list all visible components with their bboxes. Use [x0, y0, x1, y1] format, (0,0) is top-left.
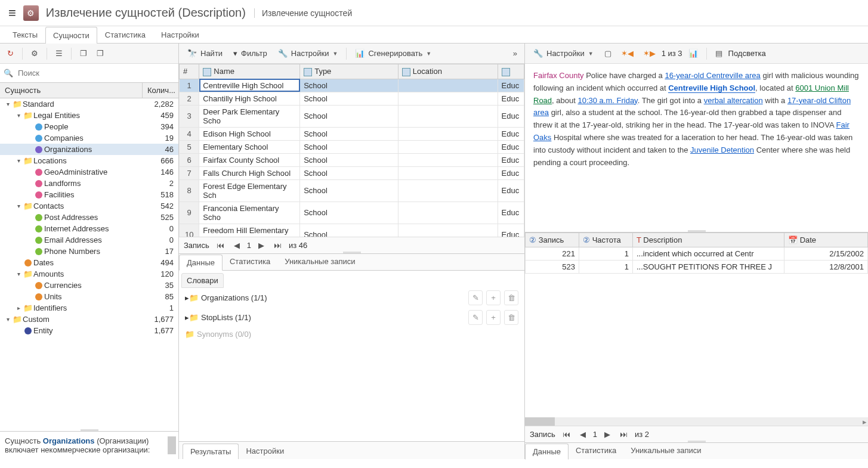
subtab-Статистика[interactable]: Статистика — [223, 254, 277, 270]
star-left-icon[interactable]: ✶◀ — [617, 47, 637, 60]
table-row[interactable]: 8Forest Edge Elementary SchSchoolEduc — [180, 179, 524, 202]
tree-item-People[interactable]: People394 — [0, 121, 178, 132]
dict-header[interactable]: Словари — [181, 273, 224, 288]
tree-item-Phone Numbers[interactable]: Phone Numbers17 — [0, 246, 178, 257]
expand-icon[interactable]: ▸ — [14, 305, 23, 311]
col-record[interactable]: ② Запись — [526, 233, 579, 247]
more-icon[interactable]: » — [509, 47, 521, 60]
copy-icon[interactable]: ❐ — [76, 47, 91, 60]
pager-last-icon[interactable]: ⏭ — [271, 240, 284, 251]
tab-Сущности[interactable]: Сущности — [45, 27, 97, 44]
search-input[interactable] — [16, 66, 175, 80]
col-count[interactable]: Колич... — [143, 83, 178, 98]
table-row[interactable]: 10Freedom Hill Elementary ScSchoolEduc — [180, 224, 524, 237]
pager-first-icon[interactable]: ⏮ — [214, 240, 227, 251]
list-icon[interactable]: ☰ — [52, 47, 66, 60]
add-icon[interactable]: + — [486, 290, 501, 305]
table-row[interactable]: 7Falls Church High SchoolSchoolEduc — [180, 166, 524, 179]
expand-icon[interactable]: ▾ — [4, 316, 12, 323]
copy-all-icon[interactable]: ❐ — [93, 47, 107, 60]
col-extra[interactable] — [498, 64, 524, 79]
settings-button[interactable]: 🔧Настройки▼ — [273, 47, 343, 60]
dict-item[interactable]: ▸📁Organizations (1/1)✎+🗑 — [181, 288, 522, 308]
expand-icon[interactable]: ▾ — [14, 157, 23, 164]
subtab-Данные[interactable]: Данные — [525, 444, 569, 460]
edit-icon[interactable]: ✎ — [468, 310, 483, 325]
h-scrollbar[interactable]: ▸ — [525, 417, 868, 426]
settings-button[interactable]: 🔧Настройки▼ — [529, 47, 598, 60]
filter-button[interactable]: ▾Фильтр — [228, 47, 272, 60]
dict-item[interactable]: ▸📁StopLists (1/1)✎+🗑 — [181, 308, 522, 327]
tree-item-Amounts[interactable]: ▾📁Amounts120 — [0, 268, 178, 280]
tree-item-Custom[interactable]: ▾📁Custom1,677 — [0, 314, 178, 325]
tree-item-GeoAdministrative[interactable]: GeoAdministrative146 — [0, 166, 178, 178]
pager-next-icon[interactable]: ▶ — [602, 429, 613, 440]
find-button[interactable]: 🔭Найти — [183, 47, 227, 60]
delete-icon[interactable]: 🗑 — [504, 310, 518, 325]
table-row[interactable]: 6Fairfax County SchoolSchoolEduc — [180, 153, 524, 166]
tree-item-Entity[interactable]: Entity1,677 — [0, 325, 178, 336]
menu-icon[interactable]: ≡ — [5, 3, 20, 23]
chart-icon[interactable]: 📊 — [685, 47, 702, 60]
expand-icon[interactable]: ▸ — [185, 313, 189, 322]
tree-item-Locations[interactable]: ▾📁Locations666 — [0, 155, 178, 166]
tree-item-Facilities[interactable]: Facilities518 — [0, 189, 178, 200]
table-row[interactable]: 4Edison High SchoolSchoolEduc — [180, 127, 524, 140]
tree-item-Email Addresses[interactable]: Email Addresses0 — [0, 234, 178, 246]
add-icon[interactable]: + — [486, 310, 501, 325]
col-num[interactable]: # — [180, 64, 199, 79]
tree-item-Landforms[interactable]: Landforms2 — [0, 178, 178, 189]
refresh-icon[interactable]: ↻ — [4, 47, 17, 60]
col-description[interactable]: T Description — [633, 233, 784, 247]
subtab-Данные[interactable]: Данные — [179, 255, 223, 271]
subtab-Уникальные записи[interactable]: Уникальные записи — [623, 443, 708, 459]
generate-button[interactable]: 📊Сгенерировать▼ — [350, 47, 436, 60]
tree-item-Identifiers[interactable]: ▸📁Identifiers1 — [0, 302, 178, 314]
subtab-Статистика[interactable]: Статистика — [569, 443, 623, 459]
tree-item-Legal Entities[interactable]: ▾📁Legal Entities459 — [0, 110, 178, 121]
expand-icon[interactable]: ▾ — [14, 203, 23, 209]
expand-icon[interactable]: ▸ — [185, 293, 189, 302]
table-row[interactable]: 2Chantilly High SchoolSchoolEduc — [180, 92, 524, 105]
tree-item-Currencies[interactable]: Currencies35 — [0, 280, 178, 291]
tab-Настройки[interactable]: Настройки — [153, 26, 207, 43]
col-frequency[interactable]: ② Частота — [579, 233, 633, 247]
tree-item-Units[interactable]: Units85 — [0, 291, 178, 302]
tree-item-Post Addresses[interactable]: Post Addresses525 — [0, 212, 178, 223]
tree-item-Companies[interactable]: Companies19 — [0, 132, 178, 144]
dict-item[interactable]: 📁Synonyms (0/0) — [181, 327, 522, 341]
edit-icon[interactable]: ✎ — [468, 290, 483, 305]
expand-icon[interactable]: ▾ — [4, 101, 12, 107]
window-icon[interactable]: ▢ — [601, 47, 615, 60]
expand-icon[interactable]: ▾ — [14, 271, 23, 277]
table-row[interactable]: 2211...incident which occurred at Centr2… — [526, 247, 868, 261]
subtab-Уникальные записи[interactable]: Уникальные записи — [277, 254, 362, 270]
tab-Статистика[interactable]: Статистика — [97, 26, 153, 43]
table-row[interactable]: 1Centreville High SchoolSchoolEduc — [180, 79, 524, 92]
pager-prev-icon[interactable]: ◀ — [231, 240, 242, 251]
highlight-label[interactable]: Подсветка — [728, 49, 766, 58]
col-entity[interactable]: Сущность — [0, 83, 143, 98]
table-row[interactable]: 3Deer Park Elementary SchoSchoolEduc — [180, 105, 524, 127]
table-row[interactable]: 5Elementary SchoolSchoolEduc — [180, 140, 524, 153]
gear-icon[interactable]: ⚙ — [27, 47, 42, 60]
delete-icon[interactable]: 🗑 — [504, 290, 518, 305]
expand-icon[interactable]: ▾ — [14, 112, 23, 119]
tab-Тексты[interactable]: Тексты — [5, 26, 45, 43]
col-type[interactable]: Type — [300, 64, 399, 79]
pager-prev-icon[interactable]: ◀ — [577, 429, 588, 440]
bottom-tab-Настройки[interactable]: Настройки — [239, 444, 291, 459]
table-row[interactable]: 5231...SOUGHT PETITIONS FOR THREE J12/8/… — [526, 261, 868, 274]
pager-last-icon[interactable]: ⏭ — [617, 429, 630, 440]
star-right-icon[interactable]: ✶▶ — [640, 47, 659, 60]
tree-item-Standard[interactable]: ▾📁Standard2,282 — [0, 98, 178, 110]
col-date[interactable]: 📅 Date — [784, 233, 868, 247]
col-name[interactable]: Name — [199, 64, 300, 79]
tree-item-Contacts[interactable]: ▾📁Contacts542 — [0, 200, 178, 212]
pager-next-icon[interactable]: ▶ — [256, 240, 267, 251]
bottom-tab-Результаты[interactable]: Результаты — [183, 444, 239, 459]
table-row[interactable]: 9Franconia Elementary SchoSchoolEduc — [180, 202, 524, 224]
scrollbar[interactable] — [168, 436, 176, 454]
col-location[interactable]: Location — [398, 64, 498, 79]
highlight-icon[interactable]: ▤ — [712, 47, 726, 60]
